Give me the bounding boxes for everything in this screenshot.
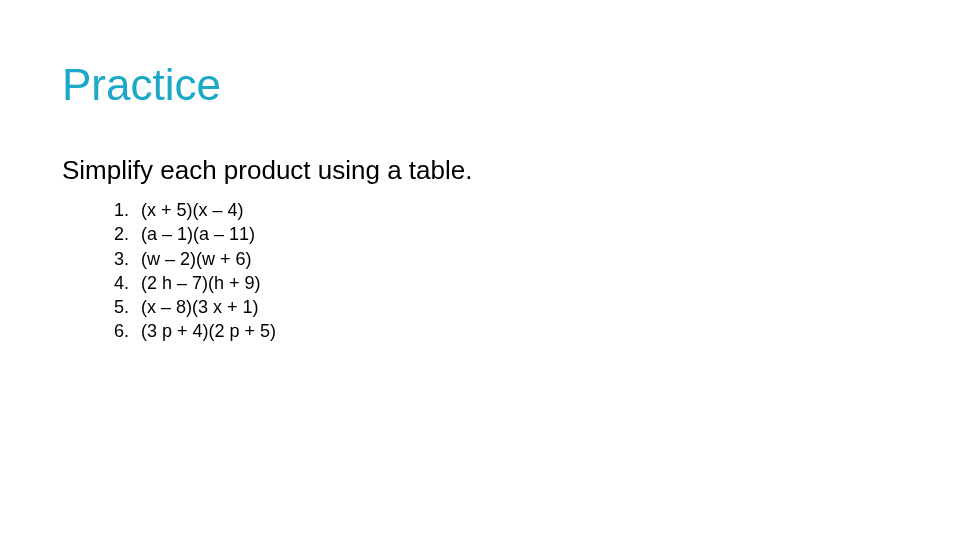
item-expression: (3 p + 4)(2 p + 5) (141, 319, 276, 343)
item-number: 4. (95, 271, 141, 295)
list-item: 3. (w – 2)(w + 6) (95, 247, 276, 271)
item-number: 1. (95, 198, 141, 222)
page-title: Practice (62, 60, 221, 110)
slide: Practice Simplify each product using a t… (0, 0, 960, 540)
list-item: 1. (x + 5)(x – 4) (95, 198, 276, 222)
item-expression: (x + 5)(x – 4) (141, 198, 244, 222)
item-expression: (w – 2)(w + 6) (141, 247, 252, 271)
item-number: 2. (95, 222, 141, 246)
list-item: 2. (a – 1)(a – 11) (95, 222, 276, 246)
item-number: 5. (95, 295, 141, 319)
item-number: 3. (95, 247, 141, 271)
list-item: 4. (2 h – 7)(h + 9) (95, 271, 276, 295)
instruction-text: Simplify each product using a table. (62, 155, 472, 186)
list-item: 5. (x – 8)(3 x + 1) (95, 295, 276, 319)
problem-list: 1. (x + 5)(x – 4) 2. (a – 1)(a – 11) 3. … (95, 198, 276, 344)
item-expression: (2 h – 7)(h + 9) (141, 271, 261, 295)
item-number: 6. (95, 319, 141, 343)
item-expression: (a – 1)(a – 11) (141, 222, 255, 246)
list-item: 6. (3 p + 4)(2 p + 5) (95, 319, 276, 343)
item-expression: (x – 8)(3 x + 1) (141, 295, 259, 319)
